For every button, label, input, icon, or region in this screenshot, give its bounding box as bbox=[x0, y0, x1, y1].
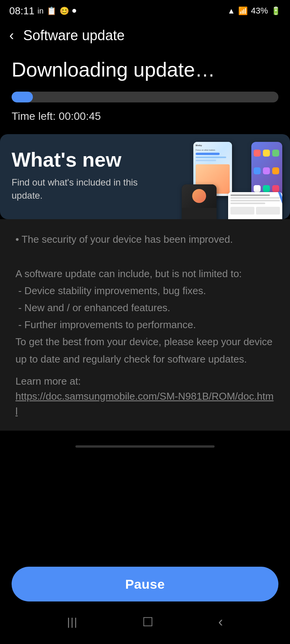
scroll-indicator bbox=[12, 437, 278, 456]
recents-button[interactable]: ||| bbox=[67, 616, 78, 628]
learn-more-link[interactable]: https://doc.samsungmobile.com/SM-N981B/R… bbox=[15, 389, 275, 419]
page-title: Software update bbox=[23, 27, 125, 44]
learn-more-label: Learn more at: bbox=[15, 375, 275, 387]
linkedin-icon: in bbox=[38, 7, 44, 15]
wifi-icon: ▲ bbox=[227, 7, 235, 15]
progress-bar-container bbox=[12, 92, 278, 102]
face-icon: 😊 bbox=[60, 6, 69, 15]
home-button[interactable]: ☐ bbox=[142, 615, 154, 629]
scroll-bar bbox=[75, 445, 215, 448]
tablet-screenshot bbox=[228, 192, 282, 219]
time-left: Time left: 00:00:45 bbox=[12, 110, 278, 123]
whats-new-description: Find out what's included in this update. bbox=[12, 176, 143, 202]
whats-new-card: What's new Find out what's included in t… bbox=[0, 134, 290, 219]
main-content: Downloading update… Time left: 00:00:45 … bbox=[0, 51, 290, 431]
status-time: 08:11 bbox=[9, 5, 34, 17]
progress-bar-fill bbox=[12, 92, 33, 102]
bottom-area: Pause ||| ☐ ‹ bbox=[0, 559, 290, 644]
phone-screenshot-3 bbox=[182, 184, 217, 219]
battery-icon: 🔋 bbox=[271, 6, 281, 15]
top-nav: ‹ Software update bbox=[0, 20, 290, 51]
pause-button[interactable]: Pause bbox=[12, 567, 278, 601]
battery-text: 43% bbox=[251, 6, 268, 16]
clipboard-icon: 📋 bbox=[47, 6, 56, 15]
downloading-title: Downloading update… bbox=[12, 59, 278, 81]
description-section: • The security of your device has been i… bbox=[0, 219, 290, 431]
signal-icon: 📶 bbox=[238, 6, 248, 15]
status-bar-right: ▲ 📶 43% 🔋 bbox=[227, 6, 281, 16]
navigation-bar: ||| ☐ ‹ bbox=[12, 608, 278, 638]
status-bar-left: 08:11 in 📋 😊 bbox=[9, 5, 76, 17]
description-text: • The security of your device has been i… bbox=[15, 231, 275, 368]
dot-icon bbox=[72, 9, 76, 13]
status-bar: 08:11 in 📋 😊 ▲ 📶 43% 🔋 bbox=[0, 0, 290, 20]
back-button[interactable]: ‹ bbox=[6, 27, 17, 44]
whats-new-title: What's new bbox=[12, 148, 278, 171]
back-nav-button[interactable]: ‹ bbox=[218, 614, 223, 630]
